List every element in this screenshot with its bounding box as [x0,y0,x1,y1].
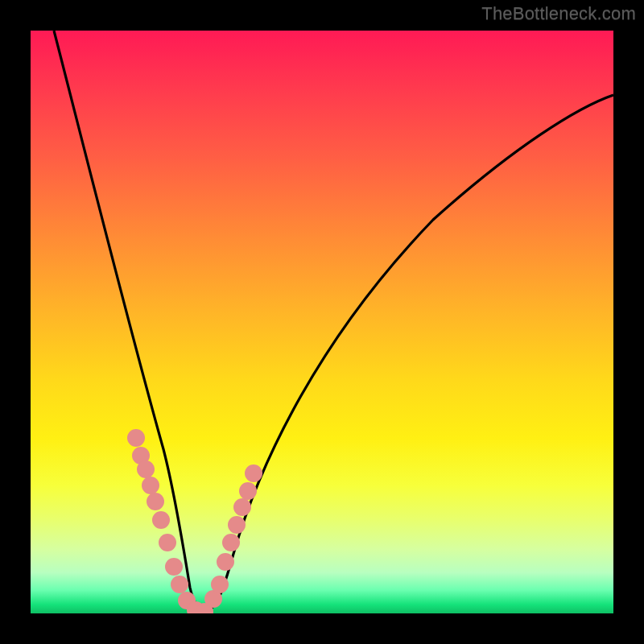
svg-point-19 [245,464,262,482]
chart-svg [31,31,613,613]
svg-point-16 [228,516,246,534]
svg-point-4 [147,493,164,510]
dot-markers [127,429,262,613]
svg-point-14 [217,553,234,571]
chart-frame: TheBottleneck.com [0,0,644,644]
svg-point-5 [152,511,170,529]
svg-point-6 [159,534,176,551]
svg-point-0 [127,429,145,447]
svg-point-3 [142,477,159,494]
plot-area [31,31,613,613]
svg-point-8 [171,576,188,593]
svg-point-15 [222,534,240,551]
bottleneck-curve [54,31,613,610]
watermark-text: TheBottleneck.com [481,3,636,24]
svg-point-2 [137,460,155,478]
svg-point-18 [239,482,257,500]
svg-point-17 [233,498,251,516]
svg-point-13 [211,576,229,593]
svg-point-7 [165,558,183,576]
